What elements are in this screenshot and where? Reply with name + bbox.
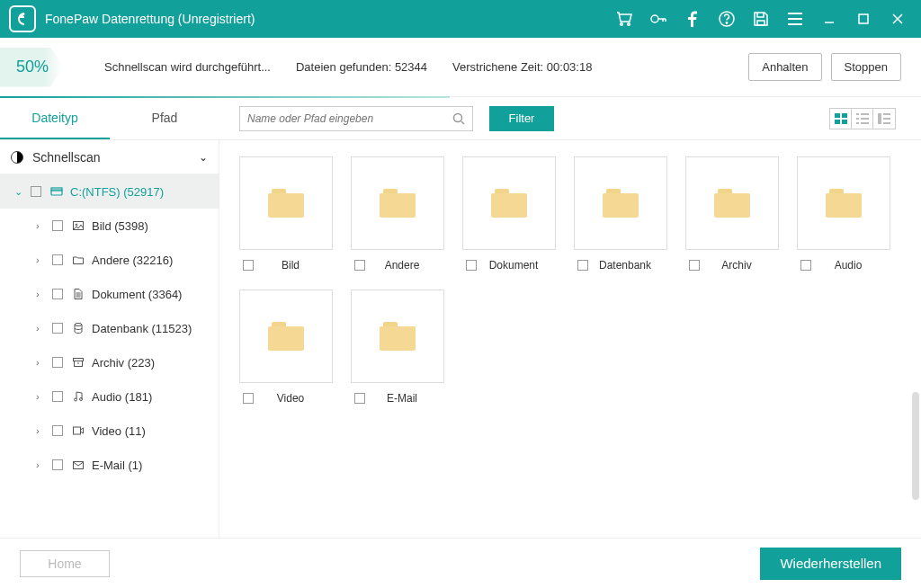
checkbox[interactable] xyxy=(52,425,63,436)
tab-filetype[interactable]: Dateityp xyxy=(0,97,110,139)
scan-mode-header[interactable]: Schnellscan ⌄ xyxy=(0,140,219,174)
progress-row: 50% Schnellscan wird durchgeführt... Dat… xyxy=(0,38,921,97)
menu-icon[interactable] xyxy=(786,10,804,28)
svg-point-28 xyxy=(75,398,77,401)
stop-button[interactable]: Stoppen xyxy=(831,53,901,81)
titlebar-actions xyxy=(615,10,912,28)
help-icon[interactable] xyxy=(718,10,736,28)
chevron-right-icon: › xyxy=(36,459,49,470)
folder-grid: Bild Andere Dokument Datenbank Archiv xyxy=(239,156,901,405)
progress-status-text: Schnellscan wird durchgeführt... xyxy=(104,60,271,74)
tree-item-email[interactable]: › E-Mail (1) xyxy=(0,448,219,482)
save-icon[interactable] xyxy=(752,10,770,28)
svg-point-4 xyxy=(726,22,727,23)
search-input[interactable] xyxy=(247,112,452,125)
content-area: Bild Andere Dokument Datenbank Archiv xyxy=(219,140,921,538)
tree-item-dokument[interactable]: › Dokument (3364) xyxy=(0,277,219,311)
folder-thumb[interactable] xyxy=(239,290,333,383)
folder-thumb[interactable] xyxy=(462,156,556,250)
chevron-down-icon: ⌄ xyxy=(199,151,208,164)
chevron-right-icon: › xyxy=(36,425,49,436)
minimize-icon[interactable] xyxy=(820,10,838,28)
tree-item-bild[interactable]: › Bild (5398) xyxy=(0,209,219,243)
tree-item-label: E-Mail (1) xyxy=(92,459,142,472)
folder-label-row: Archiv xyxy=(685,259,779,272)
scan-mode-label: Schnellscan xyxy=(32,150,101,165)
tree-item-andere[interactable]: › Andere (32216) xyxy=(0,243,219,277)
view-list-icon[interactable] xyxy=(852,109,873,129)
folder-thumb[interactable] xyxy=(351,156,444,250)
tree-item-datenbank[interactable]: › Datenbank (11523) xyxy=(0,311,219,345)
view-detail-icon[interactable] xyxy=(873,109,895,129)
key-icon[interactable] xyxy=(649,10,667,28)
progress-percent: 50% xyxy=(16,58,49,76)
folder-thumb[interactable] xyxy=(574,156,667,250)
folder-label: Audio xyxy=(806,259,890,272)
search-icon[interactable] xyxy=(452,112,465,125)
home-button[interactable]: Home xyxy=(20,550,110,577)
folder-thumb[interactable] xyxy=(685,156,779,250)
svg-rect-5 xyxy=(859,14,868,23)
folder-tile: Audio xyxy=(797,156,890,272)
footer: Home Wiederherstellen xyxy=(0,538,921,588)
tree-item-label: Datenbank (11523) xyxy=(92,322,192,335)
folder-thumb[interactable] xyxy=(797,156,890,250)
folder-icon xyxy=(268,189,304,218)
svg-point-29 xyxy=(80,398,83,401)
svg-point-24 xyxy=(76,224,77,226)
recover-button[interactable]: Wiederherstellen xyxy=(760,548,901,580)
tab-path[interactable]: Pfad xyxy=(110,97,219,139)
scrollbar[interactable] xyxy=(912,140,919,538)
folder-thumb[interactable] xyxy=(351,290,444,383)
svg-rect-7 xyxy=(835,113,840,118)
sidebar-tabs: Dateityp Pfad xyxy=(0,97,219,139)
folder-label-row: Datenbank xyxy=(574,259,667,272)
audio-icon xyxy=(72,391,85,402)
folder-icon xyxy=(72,255,85,264)
search-input-wrap[interactable] xyxy=(239,106,473,131)
close-icon[interactable] xyxy=(889,10,907,28)
cart-icon[interactable] xyxy=(615,10,633,28)
facebook-icon[interactable] xyxy=(684,10,702,28)
folder-label: Dokument xyxy=(471,259,556,272)
folder-icon xyxy=(603,189,639,218)
chevron-right-icon: › xyxy=(36,220,49,231)
checkbox[interactable] xyxy=(52,357,63,368)
tree-item-audio[interactable]: › Audio (181) xyxy=(0,379,219,414)
maximize-icon[interactable] xyxy=(854,10,872,28)
view-grid-icon[interactable] xyxy=(830,109,852,129)
folder-tile: Bild xyxy=(239,156,333,272)
svg-rect-13 xyxy=(856,118,859,120)
checkbox[interactable] xyxy=(52,254,63,265)
progress-percent-badge: 50% xyxy=(0,48,63,87)
svg-rect-16 xyxy=(861,122,869,124)
checkbox[interactable] xyxy=(52,391,63,402)
folder-label: Video xyxy=(248,392,333,405)
checkbox[interactable] xyxy=(52,289,63,299)
checkbox[interactable] xyxy=(31,186,41,197)
sidebar-tree: Schnellscan ⌄ ⌄ C:(NTFS) (52917) › Bild … xyxy=(0,140,219,538)
svg-rect-12 xyxy=(861,113,869,115)
checkbox[interactable] xyxy=(52,459,63,470)
pause-button[interactable]: Anhalten xyxy=(748,53,821,81)
tree-item-label: Dokument (3364) xyxy=(92,288,182,301)
folder-label-row: Dokument xyxy=(462,259,556,272)
folder-label-row: Video xyxy=(239,392,333,405)
checkbox[interactable] xyxy=(52,323,63,334)
view-switch xyxy=(829,108,896,129)
tree-drive-row[interactable]: ⌄ C:(NTFS) (52917) xyxy=(0,174,219,209)
folder-label: Datenbank xyxy=(583,259,667,272)
folder-label-row: Andere xyxy=(351,259,444,272)
tree-item-archiv[interactable]: › Archiv (223) xyxy=(0,345,219,379)
svg-rect-30 xyxy=(74,427,81,434)
folder-thumb[interactable] xyxy=(239,156,333,250)
titlebar: FonePaw Datenrettung (Unregistriert) xyxy=(0,0,921,38)
scrollbar-thumb[interactable] xyxy=(912,392,919,500)
svg-point-2 xyxy=(651,15,658,22)
svg-point-1 xyxy=(628,23,630,26)
checkbox[interactable] xyxy=(52,220,63,231)
image-icon xyxy=(72,221,85,230)
filter-button[interactable]: Filter xyxy=(489,106,554,131)
tree-item-video[interactable]: › Video (11) xyxy=(0,414,219,448)
svg-rect-10 xyxy=(842,120,847,124)
